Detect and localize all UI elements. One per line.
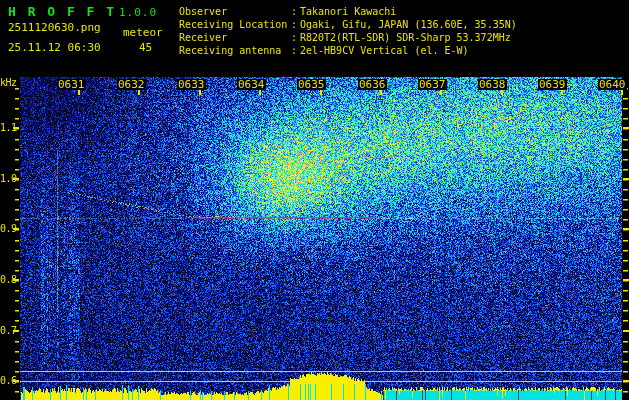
time-tick-label: 0635 [297,79,326,90]
datetime-label: 25.11.12 06:30 [8,41,101,54]
time-tick-label: 0637 [418,79,447,90]
info-value: R820T2(RTL-SDR) SDR-Sharp 53.372MHz [300,31,511,44]
freq-tick-label: 0.8 [0,274,14,285]
info-label: Observer [179,5,291,18]
time-tick-label: 0632 [117,79,146,90]
time-tick-label: 0638 [478,79,507,90]
freq-tick-label: 0.7 [0,325,14,336]
info-row: Receiving Location : Ogaki, Gifu, JAPAN … [179,18,517,31]
freq-tick-label: 0.9 [0,223,14,234]
count-label: 45 [139,41,152,54]
app-title: H R O F F T [8,4,116,19]
mode-label: meteor [123,26,163,39]
info-label: Receiving antenna [179,44,291,57]
frequency-axis-unit-label: kHz [0,77,17,88]
time-tick-label: 0634 [237,79,266,90]
info-colon: : [291,18,300,31]
info-row: Receiving antenna : 2el-HB9CV Vertical (… [179,44,517,57]
filename-label: 2511120630.png [8,21,101,34]
hrofft-output-window: H R O F F T 1.0.0 2511120630.png meteor … [0,0,629,400]
info-row: Observer : Takanori Kawachi [179,5,517,18]
spectrogram-canvas [0,0,629,400]
observer-info-block: Observer : Takanori Kawachi Receiving Lo… [179,5,517,57]
info-label: Receiving Location [179,18,291,31]
time-tick-label: 0631 [57,79,86,90]
app-version: 1.0.0 [119,6,157,19]
freq-tick-label: 1.0 [0,173,14,184]
info-colon: : [291,44,300,57]
info-colon: : [291,5,300,18]
freq-tick-label: 0.6 [0,375,14,386]
info-colon: : [291,31,300,44]
time-tick-label: 0633 [177,79,206,90]
freq-tick-label: 1.1 [0,122,14,133]
info-value: Takanori Kawachi [300,5,396,18]
time-tick-label: 0640 [598,79,627,90]
info-value: Ogaki, Gifu, JAPAN (136.60E, 35.35N) [300,18,517,31]
time-tick-label: 0636 [358,79,387,90]
info-label: Receiver [179,31,291,44]
time-tick-label: 0639 [538,79,567,90]
info-row: Receiver : R820T2(RTL-SDR) SDR-Sharp 53.… [179,31,517,44]
info-value: 2el-HB9CV Vertical (el. E-W) [300,44,469,57]
